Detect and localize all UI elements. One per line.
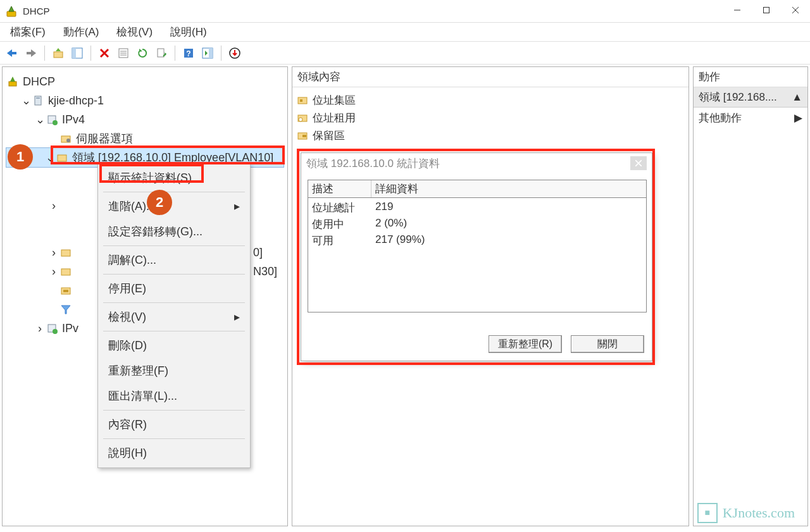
actions-scope-header[interactable]: 領域 [192.168.... ▲ xyxy=(694,87,807,108)
dialog-close-action-button[interactable]: 關閉 xyxy=(571,335,644,353)
svg-point-34 xyxy=(299,118,302,121)
ctx-show-stats[interactable]: 顯示統計資料(S)... xyxy=(99,165,249,190)
ctx-properties[interactable]: 內容(R) xyxy=(99,412,249,437)
list-item-label: 保留區 xyxy=(313,128,345,143)
content-header: 領域內容 xyxy=(292,67,688,87)
annotation-badge-1: 1 xyxy=(8,144,33,170)
ctx-help[interactable]: 說明(H) xyxy=(99,440,249,466)
svg-point-21 xyxy=(53,120,58,125)
col-description[interactable]: 描述 xyxy=(308,180,371,197)
list-item-address-leases[interactable]: 位址租用 xyxy=(296,109,685,127)
folder-icon xyxy=(59,246,72,259)
window-title: DHCP xyxy=(23,6,723,16)
list-item-label: 位址租用 xyxy=(313,111,356,125)
chevron-right-icon[interactable]: › xyxy=(34,322,46,335)
chevron-right-icon[interactable]: › xyxy=(48,265,59,278)
actions-scope-label: 領域 [192.168.... xyxy=(699,90,777,104)
stats-dialog: 領域 192.168.10.0 統計資料 描述 詳細資料 位址總計219 使用中… xyxy=(301,152,652,361)
forward-button[interactable] xyxy=(23,45,39,61)
tree-root-dhcp[interactable]: DHCP xyxy=(6,72,284,91)
partial-text: 0] xyxy=(253,246,263,259)
watermark-text: KJnotes.com xyxy=(723,505,795,521)
svg-rect-26 xyxy=(61,269,70,275)
tree-ipv4[interactable]: ⌄ IPv4 xyxy=(6,110,284,129)
svg-rect-28 xyxy=(63,290,68,292)
col-detail[interactable]: 詳細資料 xyxy=(371,180,646,197)
address-pool-icon xyxy=(296,94,309,106)
chevron-right-icon[interactable]: › xyxy=(48,246,59,259)
tree-server[interactable]: ⌄ kjie-dhcp-1 xyxy=(6,91,284,110)
back-button[interactable] xyxy=(4,45,20,61)
tree-server-options[interactable]: 伺服器選項 xyxy=(6,129,284,148)
dialog-close-button[interactable] xyxy=(630,156,647,170)
chevron-down-icon[interactable]: ⌄ xyxy=(20,94,32,108)
app-icon xyxy=(5,5,18,18)
menu-view[interactable]: 檢視(V) xyxy=(110,22,159,42)
collapse-icon[interactable]: ▲ xyxy=(792,91,802,104)
chevron-right-icon: ▸ xyxy=(234,310,240,324)
chevron-down-icon[interactable]: ⌄ xyxy=(34,113,46,127)
ctx-deactivate[interactable]: 停用(E) xyxy=(99,276,249,301)
maximize-button[interactable] xyxy=(752,1,781,20)
show-hide-tree-button[interactable] xyxy=(69,45,85,61)
export-button[interactable] xyxy=(153,45,170,61)
ipv4-icon xyxy=(46,113,58,126)
actions-header: 動作 xyxy=(694,67,807,87)
table-row[interactable]: 可用217 (99%) xyxy=(312,233,642,250)
svg-rect-11 xyxy=(158,49,164,57)
minimize-button[interactable] xyxy=(723,1,752,20)
ctx-refresh[interactable]: 重新整理(F) xyxy=(99,358,249,383)
refresh-button[interactable] xyxy=(134,45,151,61)
menu-file[interactable]: 檔案(F) xyxy=(4,22,52,42)
dialog-titlebar: 領域 192.168.10.0 統計資料 xyxy=(301,153,652,173)
svg-rect-36 xyxy=(302,135,306,137)
menu-action[interactable]: 動作(A) xyxy=(57,22,106,42)
ctx-export-list[interactable]: 匯出清單(L)... xyxy=(99,383,249,409)
list-item-address-pool[interactable]: 位址集區 xyxy=(296,91,685,109)
chevron-right-icon: ▸ xyxy=(234,199,240,213)
svg-rect-19 xyxy=(36,97,40,99)
dhcp-root-icon xyxy=(6,75,19,88)
menu-help[interactable]: 說明(H) xyxy=(164,22,213,42)
action-pane-button[interactable] xyxy=(199,45,216,61)
table-row[interactable]: 使用中2 (0%) xyxy=(312,217,642,233)
ctx-view[interactable]: 檢視(V)▸ xyxy=(99,304,249,330)
delete-button[interactable] xyxy=(96,45,113,61)
chevron-right-icon: ▶ xyxy=(794,111,802,125)
tree-root-label: DHCP xyxy=(23,75,55,89)
close-button[interactable] xyxy=(781,1,810,20)
title-bar: DHCP xyxy=(0,0,810,23)
ctx-reconcile[interactable]: 調解(C)... xyxy=(99,247,249,273)
properties-button[interactable] xyxy=(115,45,132,61)
svg-rect-4 xyxy=(54,52,63,58)
dialog-refresh-button[interactable]: 重新整理(R) xyxy=(489,335,562,353)
ctx-configure-failover[interactable]: 設定容錯移轉(G)... xyxy=(99,219,249,244)
svg-point-30 xyxy=(53,329,58,334)
svg-rect-3 xyxy=(27,52,32,54)
chevron-right-icon[interactable]: › xyxy=(48,199,59,213)
stop-record-button[interactable] xyxy=(227,45,243,61)
filter-icon xyxy=(59,303,72,316)
scope-folder-icon xyxy=(56,151,68,164)
up-button[interactable] xyxy=(50,45,66,61)
table-row[interactable]: 位址總計219 xyxy=(312,201,642,217)
ctx-delete[interactable]: 刪除(D) xyxy=(99,333,249,358)
tree-server-options-label: 伺服器選項 xyxy=(76,131,133,146)
svg-rect-6 xyxy=(72,48,76,58)
partial-text: N30] xyxy=(253,265,277,278)
svg-point-23 xyxy=(66,139,70,142)
watermark: ■ KJnotes.com xyxy=(697,503,795,523)
actions-other[interactable]: 其他動作 ▶ xyxy=(694,108,807,128)
help-button[interactable]: ? xyxy=(180,45,197,61)
tree-ipv6-label: IPv xyxy=(62,322,78,335)
ctx-advanced[interactable]: 進階(A)...▸ xyxy=(99,194,249,219)
dialog-title: 領域 192.168.10.0 統計資料 xyxy=(306,156,440,171)
actions-pane: 動作 領域 [192.168.... ▲ 其他動作 ▶ xyxy=(693,66,808,526)
list-item-reservations[interactable]: 保留區 xyxy=(296,127,685,144)
chevron-down-icon[interactable]: ⌄ xyxy=(44,151,56,164)
tree-server-label: kjie-dhcp-1 xyxy=(48,94,104,108)
menu-bar: 檔案(F) 動作(A) 檢視(V) 說明(H) xyxy=(0,23,810,42)
svg-rect-32 xyxy=(300,99,302,102)
svg-rect-0 xyxy=(7,11,16,16)
server-options-icon xyxy=(59,132,72,145)
